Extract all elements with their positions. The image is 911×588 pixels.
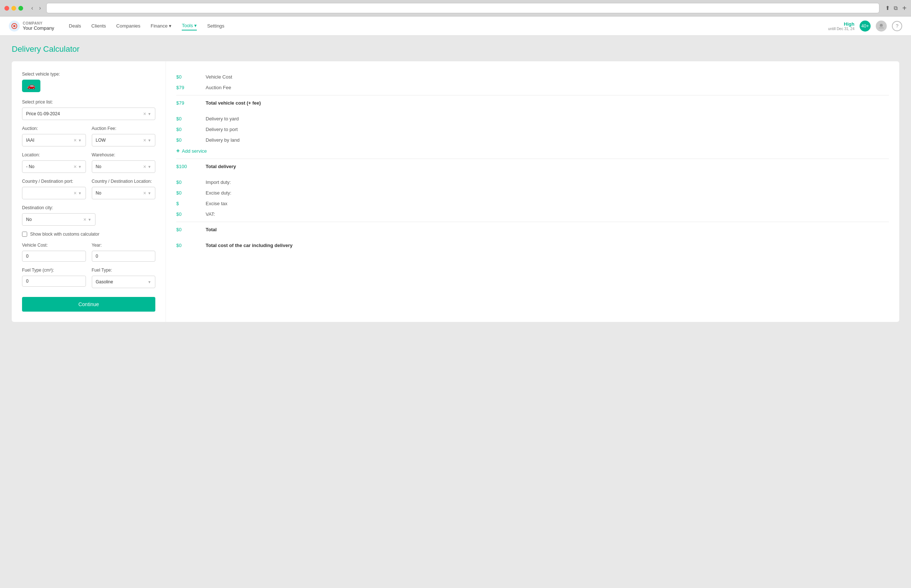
company-name: Your Company — [23, 25, 54, 31]
warehouse-col: Warehouse: No × ▼ — [92, 152, 156, 173]
grand-total-label: Total cost of the car including delivery — [206, 242, 293, 248]
maximize-button[interactable] — [18, 6, 23, 11]
destination-city-group: Destination city: No × ▼ — [22, 205, 155, 226]
minimize-button[interactable] — [11, 6, 16, 11]
grand-total-item: $0 Total cost of the car including deliv… — [176, 240, 889, 251]
vat-item: $0 VAT: — [176, 209, 889, 220]
auction-fee-clear-button[interactable]: × — [142, 137, 147, 143]
divider-2 — [176, 158, 889, 159]
auction-arrow-button[interactable]: ▼ — [78, 138, 82, 142]
country-dest-port-col: Country / Destination port: × ▼ — [22, 179, 86, 199]
delivery-to-yard-amount: $0 — [176, 116, 206, 121]
location-arrow-button[interactable]: ▼ — [78, 165, 82, 169]
warehouse-clear-button[interactable]: × — [142, 164, 147, 170]
auction-fee-value: LOW — [96, 137, 142, 143]
year-input[interactable] — [92, 251, 156, 262]
nav-clients[interactable]: Clients — [91, 21, 106, 31]
subscription-level: High — [828, 21, 854, 27]
nav-tools[interactable]: Tools ▾ — [182, 21, 197, 31]
warehouse-select[interactable]: No × ▼ — [92, 160, 156, 173]
vehicle-cost-year-row: Vehicle Cost: Year: — [22, 242, 155, 262]
excise-duty-amount: $0 — [176, 190, 206, 195]
left-panel: Select vehicle type: 🚗 Select price list… — [12, 61, 166, 322]
excise-duty-item: $0 Excise duty: — [176, 187, 889, 198]
auction-clear-button[interactable]: × — [72, 137, 78, 143]
new-tab-button[interactable]: + — [902, 4, 906, 13]
country-dest-location-arrow-button[interactable]: ▼ — [147, 191, 151, 195]
nav-finance[interactable]: Finance ▾ — [150, 21, 172, 31]
forward-button[interactable]: › — [37, 4, 43, 12]
fuel-type-cm3-input[interactable] — [22, 276, 86, 287]
grand-total-amount: $0 — [176, 242, 206, 248]
help-button[interactable]: ? — [892, 21, 902, 31]
duplicate-button[interactable]: ⧉ — [894, 5, 898, 11]
subscription-until: untill Dec 31, 24 — [828, 27, 854, 31]
nav-settings[interactable]: Settings — [207, 21, 224, 31]
close-button[interactable] — [5, 6, 9, 11]
excise-tax-amount: $ — [176, 201, 206, 206]
user-avatar[interactable] — [876, 21, 887, 32]
destination-city-select[interactable]: No × ▼ — [22, 213, 95, 226]
subscription-badge: High untill Dec 31, 24 — [828, 21, 854, 31]
section-gap-2 — [176, 172, 889, 177]
location-select[interactable]: - No × ▼ — [22, 160, 86, 173]
country-dest-port-select[interactable]: × ▼ — [22, 187, 86, 199]
price-list-group: Select price list: Price 01-09-2024 × ▼ — [22, 100, 155, 120]
back-button[interactable]: ‹ — [29, 4, 35, 12]
vehicle-type-button[interactable]: 🚗 — [22, 80, 40, 92]
warehouse-arrow-button[interactable]: ▼ — [147, 165, 151, 169]
fuel-type-label: Fuel Type: — [92, 268, 156, 273]
nav-companies[interactable]: Companies — [117, 21, 141, 31]
divider-3 — [176, 222, 889, 222]
vat-label: VAT: — [206, 212, 215, 217]
browser-chrome: ‹ › ⬆ ⧉ + — [0, 0, 911, 16]
location-col: Location: - No × ▼ — [22, 152, 86, 173]
add-service-row[interactable]: + Add service — [176, 145, 889, 157]
fuel-type-select[interactable]: Gasoline ▼ — [92, 276, 156, 288]
auction-fee-item: $79 Auction Fee — [176, 82, 889, 93]
country-row: Country / Destination port: × ▼ Country … — [22, 179, 155, 199]
total-vehicle-cost-item: $79 Total vehicle cost (+ fee) — [176, 98, 889, 108]
continue-button[interactable]: Continue — [22, 297, 155, 312]
vehicle-cost-amount: $0 — [176, 74, 206, 80]
customs-checkbox-label: Show block with customs calculator — [30, 232, 100, 237]
auction-fee-arrow-button[interactable]: ▼ — [147, 138, 151, 142]
country-dest-port-arrow-button[interactable]: ▼ — [78, 191, 82, 195]
destination-city-arrow-button[interactable]: ▼ — [88, 218, 91, 222]
import-duty-amount: $0 — [176, 179, 206, 185]
notification-button[interactable]: 40+ — [859, 21, 871, 32]
import-duty-label: Import duty: — [206, 179, 231, 185]
country-dest-port-clear-button[interactable]: × — [72, 190, 78, 196]
auction-value: IAAI — [26, 137, 72, 143]
vat-amount: $0 — [176, 212, 206, 217]
excise-tax-label: Excise tax — [206, 201, 227, 206]
share-button[interactable]: ⬆ — [885, 5, 890, 11]
destination-city-value: No — [26, 217, 82, 222]
excise-duty-label: Excise duty: — [206, 190, 231, 195]
fuel-type-arrow-button[interactable]: ▼ — [147, 280, 151, 284]
country-dest-location-select[interactable]: No × ▼ — [92, 187, 156, 199]
delivery-by-land-label: Delivery by land — [206, 137, 240, 143]
price-list-arrow-button[interactable]: ▼ — [147, 112, 151, 116]
svg-point-1 — [13, 25, 15, 27]
calculator-card: Select vehicle type: 🚗 Select price list… — [12, 61, 899, 322]
price-list-clear-button[interactable]: × — [142, 111, 147, 117]
delivery-to-port-label: Delivery to port — [206, 127, 238, 132]
page-title: Delivery Calculator — [12, 44, 899, 54]
address-bar[interactable] — [46, 3, 880, 13]
auction-select[interactable]: IAAI × ▼ — [22, 134, 86, 147]
main-nav: Deals Clients Companies Finance ▾ Tools … — [69, 21, 828, 31]
year-col: Year: — [92, 242, 156, 262]
destination-city-clear-button[interactable]: × — [82, 216, 88, 223]
vehicle-cost-item: $0 Vehicle Cost — [176, 71, 889, 82]
vehicle-cost-label-right: Vehicle Cost — [206, 74, 232, 80]
country-dest-location-clear-button[interactable]: × — [142, 190, 147, 196]
price-list-select[interactable]: Price 01-09-2024 × ▼ — [22, 108, 155, 120]
auction-fee-select[interactable]: LOW × ▼ — [92, 134, 156, 147]
location-clear-button[interactable]: × — [72, 164, 78, 170]
nav-deals[interactable]: Deals — [69, 21, 81, 31]
vehicle-cost-input[interactable] — [22, 251, 86, 262]
auction-fee-amount: $79 — [176, 85, 206, 90]
customs-checkbox[interactable] — [22, 232, 27, 237]
price-list-label: Select price list: — [22, 100, 155, 105]
